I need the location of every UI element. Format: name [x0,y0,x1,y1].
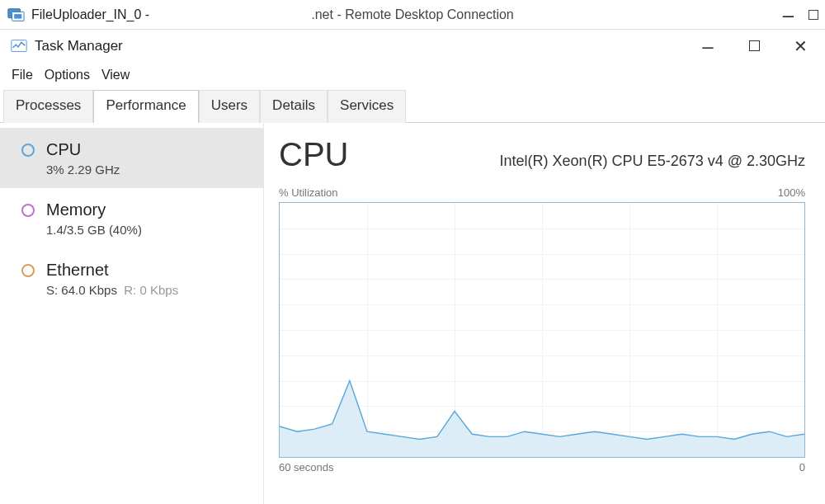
taskmgr-title-bar: Task Manager – ✕ [0,30,825,63]
taskmgr-icon [10,37,28,55]
tab-details[interactable]: Details [260,90,328,123]
sidebar-item-memory[interactable]: Memory 1.4/3.5 GB (40%) [0,188,263,248]
chart-xmin-label: 0 [799,461,805,473]
cpu-chart-svg [280,203,804,457]
sidebar-ethernet-label: Ethernet [46,260,178,280]
minimize-button[interactable]: – [693,35,723,58]
bullet-icon-ethernet [21,264,35,277]
sidebar-item-cpu[interactable]: CPU 3% 2.29 GHz [0,128,263,188]
rdc-title-bar: FileUploader_IN_0 - .net - Remote Deskto… [0,0,825,30]
menu-options[interactable]: Options [41,66,93,84]
svg-rect-2 [14,14,21,19]
cpu-model: Intel(R) Xeon(R) CPU E5-2673 v4 @ 2.30GH… [500,153,805,170]
sidebar-cpu-stat: 3% 2.29 GHz [46,163,120,177]
tab-users[interactable]: Users [199,90,260,123]
rdc-minimize-button[interactable]: – [783,3,794,26]
cpu-utilization-chart [279,202,805,458]
performance-sidebar: CPU 3% 2.29 GHz Memory 1.4/3.5 GB (40%) … [0,123,264,504]
sidebar-item-ethernet[interactable]: Ethernet S: 64.0 Kbps R: 0 Kbps [0,248,263,309]
bullet-icon-memory [21,204,35,217]
tab-performance[interactable]: Performance [93,90,198,123]
window-title: Task Manager [35,38,123,54]
tabs-row: Processes Performance Users Details Serv… [0,89,825,123]
tab-services[interactable]: Services [328,90,406,123]
sidebar-ethernet-stat: S: 64.0 Kbps R: 0 Kbps [46,283,178,297]
cpu-heading: CPU [279,136,348,173]
rdc-center-title: .net - Remote Desktop Connection [311,7,513,22]
tab-processes[interactable]: Processes [3,90,93,123]
chart-yaxis-label: % Utilization [279,186,338,199]
close-button[interactable]: ✕ [785,36,815,56]
menu-view[interactable]: View [98,66,133,84]
rdc-icon [7,6,25,24]
chart-xmax-label: 60 seconds [279,461,334,473]
menu-bar: File Options View [0,63,825,89]
sidebar-cpu-label: CPU [46,139,120,159]
maximize-button[interactable] [739,38,769,55]
chart-ymax-label: 100% [778,186,805,199]
rdc-app-name: FileUploader_IN_0 - [31,7,149,22]
cpu-panel: CPU Intel(R) Xeon(R) CPU E5-2673 v4 @ 2.… [264,123,825,504]
cpu-area-path [280,381,804,457]
sidebar-memory-label: Memory [46,200,142,219]
rdc-maximize-button[interactable] [808,10,818,20]
sidebar-memory-stat: 1.4/3.5 GB (40%) [46,223,142,237]
menu-file[interactable]: File [8,66,36,84]
bullet-icon-cpu [21,144,35,157]
